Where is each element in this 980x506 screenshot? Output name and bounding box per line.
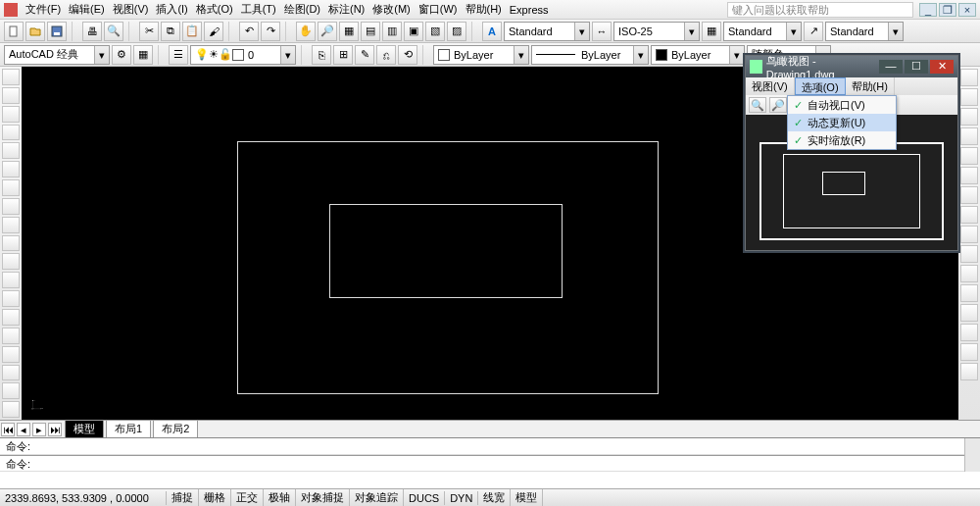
menu-dim[interactable]: 标注(N) bbox=[324, 0, 368, 19]
dc-icon[interactable]: ▤ bbox=[361, 22, 380, 41]
edit-icon[interactable]: ✎ bbox=[355, 45, 374, 65]
redo-icon[interactable]: ↷ bbox=[261, 22, 280, 41]
aerial-menu-view[interactable]: 视图(V) bbox=[746, 77, 795, 95]
dimstyle-icon[interactable]: ↔ bbox=[592, 22, 612, 41]
status-ducs[interactable]: DUCS bbox=[404, 491, 445, 505]
layprev-icon[interactable]: ⟲ bbox=[398, 45, 417, 65]
menu-express[interactable]: Express bbox=[506, 2, 553, 18]
tab-first-icon[interactable]: ⏮ bbox=[1, 423, 15, 436]
insert-icon[interactable]: ⎘ bbox=[312, 45, 331, 65]
tab-layout2[interactable]: 布局2 bbox=[153, 420, 198, 438]
ssm-icon[interactable]: ▣ bbox=[404, 22, 423, 41]
status-otrack[interactable]: 对象追踪 bbox=[350, 489, 404, 506]
zoom-out-icon[interactable]: 🔎 bbox=[769, 97, 787, 113]
ws-save-icon[interactable]: ▦ bbox=[133, 45, 153, 65]
scale-icon[interactable] bbox=[960, 206, 978, 224]
aerial-view-window[interactable]: 鸟瞰视图 - Drawing1.dwg — ☐ ✕ 视图(V) 选项(O) 帮助… bbox=[745, 55, 958, 251]
aerial-titlebar[interactable]: 鸟瞰视图 - Drawing1.dwg — ☐ ✕ bbox=[746, 56, 957, 77]
circle-icon[interactable] bbox=[2, 179, 20, 196]
save-icon[interactable] bbox=[47, 22, 67, 41]
aerial-menu-options[interactable]: 选项(O) bbox=[795, 77, 846, 95]
new-icon[interactable] bbox=[4, 22, 24, 41]
open-icon[interactable] bbox=[25, 22, 45, 41]
create-icon[interactable]: ⊞ bbox=[333, 45, 353, 65]
pline-icon[interactable] bbox=[2, 106, 20, 123]
fillet-icon[interactable] bbox=[960, 343, 978, 361]
dim-style-combo[interactable]: ISO-25▾ bbox=[613, 22, 700, 41]
revcloud-icon[interactable] bbox=[2, 198, 20, 215]
mirror-icon[interactable] bbox=[960, 108, 978, 126]
linetype-combo[interactable]: ByLayer▾ bbox=[531, 45, 649, 65]
tablestyle-icon[interactable]: ▦ bbox=[702, 22, 721, 41]
xline-icon[interactable] bbox=[2, 87, 20, 104]
aerial-menu-help[interactable]: 帮助(H) bbox=[846, 77, 895, 95]
text-style-combo[interactable]: Standard▾ bbox=[504, 22, 590, 41]
menu-modify[interactable]: 修改(M) bbox=[368, 0, 415, 19]
status-lwt[interactable]: 线宽 bbox=[478, 489, 511, 506]
move-icon[interactable] bbox=[960, 167, 978, 184]
preview-icon[interactable]: 🔍 bbox=[104, 22, 123, 41]
print-icon[interactable]: 🖶 bbox=[82, 22, 102, 41]
lineweight-combo[interactable]: ByLayer▾ bbox=[651, 45, 745, 65]
tp-icon[interactable]: ▥ bbox=[382, 22, 402, 41]
color-combo[interactable]: ByLayer▾ bbox=[433, 45, 529, 65]
aerial-canvas[interactable] bbox=[760, 142, 944, 240]
opt-dynamic-update[interactable]: ✓动态更新(U) bbox=[788, 114, 896, 131]
markup-icon[interactable]: ▧ bbox=[425, 22, 445, 41]
copy-icon[interactable]: ⧉ bbox=[161, 22, 180, 41]
paste-icon[interactable]: 📋 bbox=[182, 22, 202, 41]
menu-view[interactable]: 视图(V) bbox=[109, 0, 153, 19]
rotate-icon[interactable] bbox=[960, 186, 978, 204]
minimize-button[interactable]: _ bbox=[919, 3, 937, 17]
menu-draw[interactable]: 绘图(D) bbox=[280, 0, 324, 19]
status-ortho[interactable]: 正交 bbox=[231, 489, 264, 506]
zoom-in-icon[interactable]: 🔍 bbox=[749, 97, 766, 113]
menu-insert[interactable]: 插入(I) bbox=[152, 0, 191, 19]
extend-icon[interactable] bbox=[960, 265, 978, 282]
calc-icon[interactable]: ▨ bbox=[447, 22, 466, 41]
stretch-icon[interactable] bbox=[960, 226, 978, 243]
workspace-combo[interactable]: AutoCAD 经典▾ bbox=[4, 45, 110, 65]
polygon-icon[interactable] bbox=[2, 125, 20, 141]
tab-model[interactable]: 模型 bbox=[65, 420, 104, 438]
zoom-icon[interactable]: 🔎 bbox=[318, 22, 337, 41]
makeblk-icon[interactable] bbox=[2, 290, 20, 307]
aerial-maximize-button[interactable]: ☐ bbox=[905, 60, 928, 74]
ellipse-icon[interactable] bbox=[2, 235, 20, 252]
help-search-input[interactable]: 键入问题以获取帮助 bbox=[727, 2, 913, 18]
menu-file[interactable]: 文件(F) bbox=[22, 0, 65, 19]
menu-help[interactable]: 帮助(H) bbox=[462, 0, 506, 19]
join-icon[interactable] bbox=[960, 304, 978, 322]
copy-obj-icon[interactable] bbox=[960, 88, 978, 106]
ellipsearc-icon[interactable] bbox=[2, 253, 20, 270]
menu-tools[interactable]: 工具(T) bbox=[237, 0, 280, 19]
rect-icon[interactable] bbox=[2, 142, 20, 159]
status-model[interactable]: 模型 bbox=[511, 489, 543, 506]
status-osnap[interactable]: 对象捕捉 bbox=[296, 489, 350, 506]
hatch-icon[interactable] bbox=[2, 328, 20, 344]
mtext-icon[interactable] bbox=[2, 401, 20, 418]
command-input[interactable]: 命令: bbox=[0, 455, 980, 472]
menu-format[interactable]: 格式(O) bbox=[192, 0, 237, 19]
mleader-icon[interactable]: ↗ bbox=[804, 22, 823, 41]
point-icon[interactable] bbox=[2, 309, 20, 326]
status-grid[interactable]: 栅格 bbox=[199, 489, 231, 506]
tab-prev-icon[interactable]: ◂ bbox=[17, 423, 30, 436]
tab-next-icon[interactable]: ▸ bbox=[32, 423, 46, 436]
status-polar[interactable]: 极轴 bbox=[264, 489, 296, 506]
command-scrollbar[interactable] bbox=[964, 438, 980, 472]
table-style-combo[interactable]: Standard▾ bbox=[723, 22, 802, 41]
chamfer-icon[interactable] bbox=[960, 324, 978, 341]
textstyle-icon[interactable]: A bbox=[482, 22, 502, 41]
table-icon[interactable] bbox=[2, 382, 20, 399]
status-snap[interactable]: 捕捉 bbox=[167, 489, 199, 506]
arc-icon[interactable] bbox=[2, 161, 20, 177]
spline-icon[interactable] bbox=[2, 217, 20, 233]
break-icon[interactable] bbox=[960, 284, 978, 302]
mleader-style-combo[interactable]: Standard▾ bbox=[825, 22, 904, 41]
ws-settings-icon[interactable]: ⚙ bbox=[112, 45, 131, 65]
status-dyn[interactable]: DYN bbox=[445, 491, 478, 505]
explode-icon[interactable] bbox=[960, 363, 978, 380]
props-icon[interactable]: ▦ bbox=[339, 22, 359, 41]
menu-edit[interactable]: 编辑(E) bbox=[65, 0, 109, 19]
